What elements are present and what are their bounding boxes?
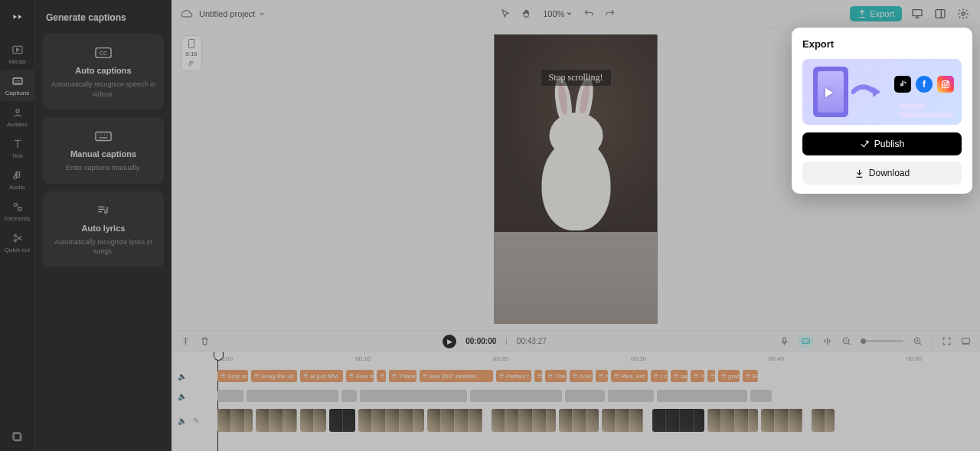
zoom-level[interactable]: 100% [543,9,573,18]
cloud-icon[interactable] [181,8,193,20]
play-button[interactable]: ▶ [443,335,456,348]
caption-clip[interactable]: ☰at just $54 [300,370,343,382]
video-clip[interactable] [427,409,488,432]
publish-button[interactable]: Publish [802,132,962,155]
card-auto-lyrics[interactable]: Auto lyrics Automatically recognize lyri… [43,191,164,267]
caption-clip[interactable]: ☰Thank [389,370,416,382]
caption-clip[interactable]: ☰Snag the ult [251,370,297,382]
caption-clip[interactable]: ☰N [596,370,608,382]
audio-clip[interactable] [360,390,467,402]
caption-clip[interactable]: ☰ [707,370,715,382]
video-clip[interactable] [602,409,649,432]
zoom-slider[interactable] [861,340,903,342]
caption-clip[interactable]: ☰Yo [691,370,704,382]
aspect-ratio-chip[interactable]: 9:16 [181,35,202,71]
svg-point-7 [14,240,16,242]
video-clip[interactable] [358,409,424,432]
rail-item-elements[interactable]: Elements [0,195,35,227]
video-clip[interactable] [492,409,556,432]
ruler-tick: 00:20 [493,355,508,362]
audio-clip[interactable] [750,390,772,402]
audio-clip[interactable] [341,390,357,402]
zoom-out-icon[interactable] [841,336,851,346]
mute-icon[interactable]: 🔈 [178,372,187,381]
mute-icon[interactable]: 🔈 [178,392,187,400]
ruler-tick: 00:10 [355,355,371,362]
video-clip[interactable] [812,409,835,432]
split-clip-icon[interactable] [822,336,832,346]
audio-clip[interactable] [217,390,243,402]
rail-item-avatars[interactable]: Avatars [0,101,35,132]
video-clip[interactable] [559,409,599,432]
app-logo[interactable] [7,6,28,28]
voiceover-icon[interactable] [779,336,789,346]
chevron-down-icon[interactable] [258,10,266,18]
secondary-track[interactable]: 🔈 [217,387,980,404]
caption-clip[interactable]: ☰I [377,370,386,382]
caption-clip[interactable]: ☰Ever tr [346,370,374,382]
audio-clip[interactable] [470,390,562,402]
present-icon[interactable] [910,6,925,21]
audio-clip[interactable] [608,390,654,402]
rail-item-audio[interactable]: Audio [0,164,35,195]
caption-clip[interactable]: ☰grab [718,370,740,382]
timeline[interactable]: 00:0000:1000:2000:3000:4000:50 🔈 ☰Stop s… [172,351,980,451]
video-preview[interactable]: Stop scrolling! [495,34,658,324]
redo-icon[interactable] [605,8,616,19]
card-manual-captions[interactable]: Manual captions Enter captions manually. [43,117,164,184]
caption-overlay: Stop scrolling! [541,70,611,86]
caption-clip[interactable]: ☰hold [570,370,593,382]
settings-icon[interactable] [956,6,971,21]
svg-rect-21 [962,338,970,344]
video-clip[interactable] [329,409,355,432]
video-track[interactable]: 🔈✎ [217,407,980,433]
facebook-icon: f [916,76,933,93]
preview-detach-icon[interactable] [961,336,971,346]
left-rail: Media CC Captions Avatars Text Audio Ele… [0,0,35,451]
rail-item-text[interactable]: Text [0,132,35,164]
audio-clip[interactable] [247,390,338,402]
video-clip[interactable] [256,409,297,432]
export-button[interactable]: Export [850,6,902,21]
caption-clip[interactable]: ☰ [534,370,542,382]
rail-item-media[interactable]: Media [0,38,35,70]
audio-clip[interactable] [657,390,747,402]
rail-item-captions[interactable]: CC Captions [0,70,35,101]
hand-tool-icon[interactable] [521,8,532,19]
caption-clip[interactable]: ☰I cu [651,370,668,382]
rail-item-quickcut[interactable]: Quick cut [0,227,35,258]
auto-caption-toggle-icon[interactable] [799,335,813,348]
zoom-in-icon[interactable] [913,336,923,346]
video-clip[interactable] [217,409,253,432]
caption-clip[interactable]: ☰Stop sc [217,370,248,382]
download-button[interactable]: Download [802,162,962,185]
card-auto-captions[interactable]: CC Auto captions Automatically recognize… [43,34,164,109]
caption-track[interactable]: 🔈 ☰Stop sc☰Snag the ult☰at just $54☰Ever… [217,368,980,384]
project-name[interactable]: Untitled project [199,9,255,18]
time-ruler[interactable]: 00:0000:1000:2000:3000:4000:50 [217,352,980,368]
mute-icon[interactable]: 🔈 [178,417,187,425]
edit-track-icon[interactable]: ✎ [193,417,199,425]
ratio-text: 9:16 [185,51,198,57]
caption-clip[interactable]: ☰sav [671,370,688,382]
panel-toggle-icon[interactable] [933,6,948,21]
caption-clip[interactable]: ☰and 360° rotation, [420,370,493,382]
undo-icon[interactable] [583,8,594,19]
caption-clip[interactable]: ☰Perfect f [496,370,531,382]
caption-clip[interactable]: ☰Plus, ext [611,370,648,382]
split-text-icon[interactable] [181,336,191,346]
fit-icon[interactable] [942,336,952,346]
rail-item-layers[interactable] [11,431,24,451]
caption-clip[interactable]: ☰Ele [743,370,758,382]
caption-clip[interactable]: ☰The [545,370,567,382]
pointer-tool-icon[interactable] [500,8,511,19]
video-clip[interactable] [652,409,704,432]
avatars-icon [11,106,24,119]
svg-rect-18 [802,339,810,343]
video-clip[interactable] [300,409,326,432]
audio-clip[interactable] [565,390,605,402]
card-title: Auto captions [75,66,131,75]
delete-icon[interactable] [200,336,210,346]
video-clip[interactable] [761,409,808,432]
video-clip[interactable] [707,409,758,432]
